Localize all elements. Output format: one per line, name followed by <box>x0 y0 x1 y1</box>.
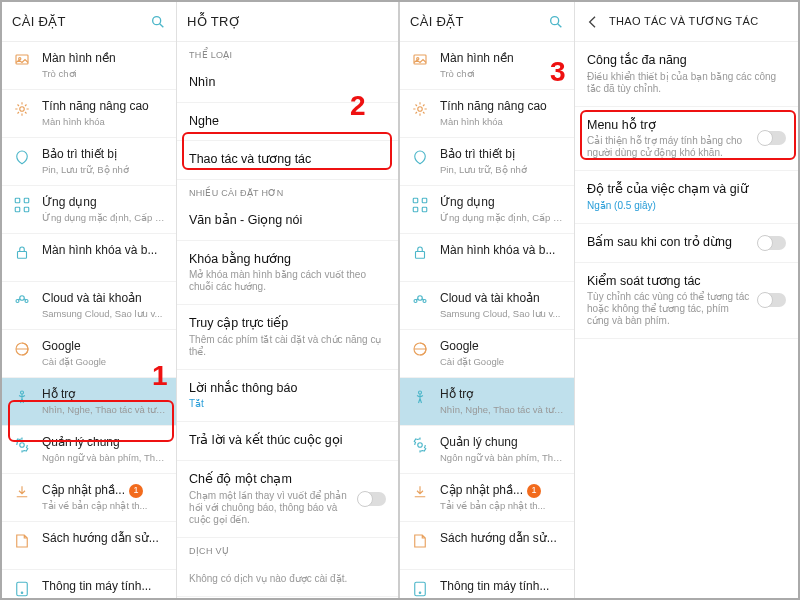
main-item-3[interactable]: Bấm sau khi con trỏ dừng <box>575 224 798 263</box>
sidebar-sub: Pin, Lưu trữ, Bộ nhớ <box>440 164 566 175</box>
sidebar-sub: Tải về bản cập nhật th... <box>440 500 566 511</box>
sidebar-icon <box>410 291 430 311</box>
section-service: DỊCH VỤ <box>177 538 398 560</box>
settings-sidebar-r: CÀI ĐẶT Màn hình nềnTrò chơiTính năng nâ… <box>400 2 575 598</box>
main-item-1[interactable]: Nghe <box>177 103 398 142</box>
toggle-switch[interactable] <box>758 293 786 307</box>
sidebar-item-2[interactable]: Bảo trì thiết bịPin, Lưu trữ, Bộ nhớ <box>2 138 176 186</box>
sidebar-item-11[interactable]: Thông tin máy tính... <box>400 570 574 598</box>
sidebar-item-11[interactable]: Thông tin máy tính... <box>2 570 176 598</box>
main-item-1[interactable]: Khóa bằng hướngMở khóa màn hình bằng các… <box>177 241 398 306</box>
sidebar-icon <box>12 99 32 119</box>
main-header-left: HỖ TRỢ <box>177 2 398 42</box>
main-item-2[interactable]: Thao tác và tương tác <box>177 141 398 180</box>
sidebar-item-1[interactable]: Tính năng nâng caoMàn hình khóa <box>2 90 176 138</box>
item-label: Kiểm soát tương tác <box>587 274 752 290</box>
sidebar-item-5[interactable]: Cloud và tài khoảnSamsung Cloud, Sao lưu… <box>400 282 574 330</box>
settings-sidebar: CÀI ĐẶT Màn hình nềnTrò chơiTính năng nâ… <box>2 2 177 598</box>
main-item-2[interactable]: Truy cập trực tiếpThêm các phím tắt cài … <box>177 305 398 370</box>
sidebar-item-1[interactable]: Tính năng nâng caoMàn hình khóa <box>400 90 574 138</box>
sidebar-item-8[interactable]: Quản lý chungNgôn ngữ và bàn phím, Thờ..… <box>2 426 176 474</box>
item-label: Lời nhắc thông báo <box>189 381 386 397</box>
sidebar-icon <box>12 531 32 551</box>
main-item-4[interactable]: Trả lời và kết thúc cuộc gọi <box>177 422 398 461</box>
sidebar-sub: Màn hình khóa <box>440 116 566 127</box>
svg-point-21 <box>417 58 419 60</box>
sidebar-icon <box>410 51 430 71</box>
sidebar-item-6[interactable]: GoogleCài đặt Google <box>2 330 176 378</box>
sidebar-label: Google <box>440 339 566 354</box>
sidebar-label: Sách hướng dẫn sử... <box>42 531 168 546</box>
sidebar-item-4[interactable]: Màn hình khóa và b... <box>400 234 574 282</box>
main-item-5[interactable]: Chế độ một chạmChạm một lần thay vì vuốt… <box>177 461 398 538</box>
sidebar-icon <box>12 387 32 407</box>
sidebar-item-9[interactable]: Cập nhật phầ...1Tải về bản cập nhật th..… <box>2 474 176 522</box>
search-icon[interactable] <box>150 14 166 30</box>
sidebar-icon <box>12 483 32 503</box>
main-item-0[interactable]: Nhìn <box>177 64 398 103</box>
tutorial-canvas: CÀI ĐẶT Màn hình nềnTrò chơiTính năng nâ… <box>0 0 800 600</box>
back-icon[interactable] <box>585 14 601 30</box>
sidebar-item-3[interactable]: Ứng dụngỨng dụng mặc định, Cấp qu... <box>2 186 176 234</box>
sidebar-item-0[interactable]: Màn hình nềnTrò chơi <box>2 42 176 90</box>
toggle-switch[interactable] <box>758 131 786 145</box>
sidebar-label: Màn hình khóa và b... <box>440 243 566 258</box>
sidebar-sub: Samsung Cloud, Sao lưu v... <box>42 308 168 319</box>
update-badge: 1 <box>129 484 143 498</box>
sidebar-sub: Cài đặt Google <box>42 356 168 367</box>
svg-rect-8 <box>24 207 29 212</box>
sidebar-icon <box>12 579 32 598</box>
sidebar-icon <box>410 243 430 263</box>
svg-rect-7 <box>15 207 20 212</box>
sidebar-label: Ứng dụng <box>440 195 566 210</box>
sidebar-item-7[interactable]: Hỗ trợNhìn, Nghe, Thao tác và tươ... <box>400 378 574 426</box>
sidebar-item-4[interactable]: Màn hình khóa và b... <box>2 234 176 282</box>
toggle-switch[interactable] <box>358 492 386 506</box>
search-icon[interactable] <box>548 14 564 30</box>
toggle-switch[interactable] <box>758 236 786 250</box>
sidebar-item-10[interactable]: Sách hướng dẫn sử... <box>400 522 574 570</box>
sidebar-item-0[interactable]: Màn hình nềnTrò chơi <box>400 42 574 90</box>
sidebar-item-7[interactable]: Hỗ trợNhìn, Nghe, Thao tác và tươ... <box>2 378 176 426</box>
sidebar-label: Bảo trì thiết bị <box>42 147 168 162</box>
item-sub: Điều khiển thiết bị của bạn bằng các côn… <box>587 71 786 95</box>
main-item-0[interactable]: Công tắc đa năngĐiều khiển thiết bị của … <box>575 42 798 107</box>
main-item-2[interactable]: Độ trễ của việc chạm và giữNgắn (0.5 giâ… <box>575 171 798 224</box>
main-item-4[interactable]: Kiểm soát tương tácTùy chỉnh các vùng có… <box>575 263 798 340</box>
sidebar-item-5[interactable]: Cloud và tài khoảnSamsung Cloud, Sao lưu… <box>2 282 176 330</box>
sidebar-item-8[interactable]: Quản lý chungNgôn ngữ và bàn phím, Thờ..… <box>400 426 574 474</box>
sidebar-header-r: CÀI ĐẶT <box>400 2 574 42</box>
sidebar-item-2[interactable]: Bảo trì thiết bịPin, Lưu trữ, Bộ nhớ <box>400 138 574 186</box>
sidebar-label: Cập nhật phầ...1 <box>440 483 566 498</box>
svg-rect-26 <box>422 207 427 212</box>
update-badge: 1 <box>527 484 541 498</box>
sidebar-label: Màn hình khóa và b... <box>42 243 168 258</box>
sidebar-item-6[interactable]: GoogleCài đặt Google <box>400 330 574 378</box>
sidebar-item-10[interactable]: Sách hướng dẫn sử... <box>2 522 176 570</box>
sidebar-icon <box>12 195 32 215</box>
sidebar-icon <box>410 195 430 215</box>
sidebar-item-9[interactable]: Cập nhật phầ...1Tải về bản cập nhật th..… <box>400 474 574 522</box>
sidebar-label: Google <box>42 339 168 354</box>
sidebar-item-3[interactable]: Ứng dụngỨng dụng mặc định, Cấp qu... <box>400 186 574 234</box>
sidebar-icon <box>12 243 32 263</box>
sidebar-icon <box>12 435 32 455</box>
main-item-0[interactable]: Văn bản - Giọng nói <box>177 202 398 241</box>
svg-point-17 <box>21 592 23 594</box>
svg-rect-24 <box>422 198 427 203</box>
main-item-1[interactable]: Menu hỗ trợCải thiện hỗ trợ máy tính bản… <box>575 107 798 172</box>
sidebar-icon <box>410 483 430 503</box>
item-sub: Tắt <box>189 398 386 410</box>
sidebar-label: Quản lý chung <box>42 435 168 450</box>
svg-rect-27 <box>416 252 425 259</box>
main-item-3[interactable]: Lời nhắc thông báoTắt <box>177 370 398 423</box>
svg-line-1 <box>160 23 164 27</box>
sidebar-icon <box>410 387 430 407</box>
item-label: Chế độ một chạm <box>189 472 352 488</box>
sidebar-label: Hỗ trợ <box>42 387 168 402</box>
main-header-right: THAO TÁC VÀ TƯƠNG TÁC <box>575 2 798 42</box>
service-empty: Không có dịch vụ nào được cài đặt. <box>177 560 398 597</box>
interaction-panel: THAO TÁC VÀ TƯƠNG TÁC Công tắc đa năngĐi… <box>575 2 798 598</box>
sidebar-sub: Nhìn, Nghe, Thao tác và tươ... <box>42 404 168 415</box>
svg-point-32 <box>419 391 422 394</box>
